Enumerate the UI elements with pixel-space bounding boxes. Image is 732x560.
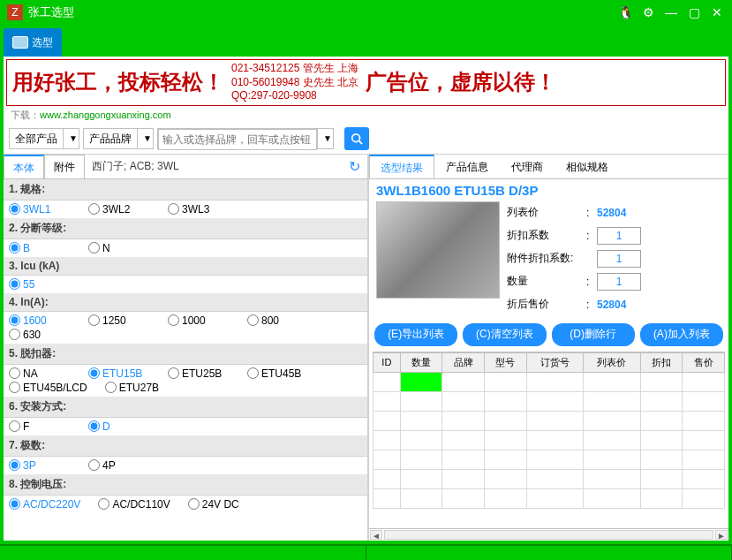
- radio-input[interactable]: [9, 382, 20, 393]
- add-button[interactable]: (A)加入列表: [640, 323, 723, 346]
- spec-option[interactable]: ETU27B: [105, 382, 167, 394]
- grid-cell[interactable]: [584, 372, 641, 391]
- grid-cell[interactable]: [400, 411, 442, 430]
- brand-input[interactable]: [158, 129, 317, 150]
- tab-accessory[interactable]: 附件: [44, 155, 85, 178]
- tab-result[interactable]: 选型结果: [369, 155, 434, 178]
- grid-cell[interactable]: [484, 488, 526, 508]
- brand-dropdown[interactable]: 产品品牌▼: [83, 128, 154, 149]
- grid-cell[interactable]: [374, 430, 401, 450]
- tab-similar[interactable]: 相似规格: [555, 155, 620, 178]
- spec-option[interactable]: AC/DC110V: [98, 498, 170, 511]
- spec-option[interactable]: N: [88, 242, 150, 254]
- spec-option[interactable]: 3WL1: [9, 203, 71, 216]
- tab-product-info[interactable]: 产品信息: [434, 155, 500, 178]
- grid-cell[interactable]: [640, 391, 683, 411]
- spec-option[interactable]: ETU45B: [247, 367, 309, 380]
- radio-input[interactable]: [9, 242, 20, 254]
- grid-cell[interactable]: [640, 372, 683, 391]
- grid-cell[interactable]: [584, 391, 641, 411]
- grid-cell[interactable]: [584, 488, 641, 508]
- radio-input[interactable]: [168, 314, 179, 326]
- grid-cell[interactable]: [640, 469, 683, 488]
- grid-cell[interactable]: [584, 469, 641, 488]
- grid-cell[interactable]: [683, 411, 725, 430]
- spec-option[interactable]: 1000: [168, 314, 230, 327]
- grid-cell[interactable]: [484, 450, 526, 469]
- brand-input-combo[interactable]: ▼: [157, 128, 334, 149]
- radio-input[interactable]: [9, 459, 20, 471]
- grid-cell[interactable]: [640, 488, 683, 508]
- download-link[interactable]: www.zhanggongxuanxing.com: [40, 110, 171, 120]
- grid-cell[interactable]: [484, 411, 526, 430]
- radio-input[interactable]: [247, 367, 259, 379]
- grid-cell[interactable]: [683, 391, 725, 411]
- tab-body[interactable]: 本体: [4, 155, 44, 178]
- grid-cell[interactable]: [484, 372, 526, 391]
- spec-option[interactable]: 4P: [88, 459, 150, 472]
- grid-cell[interactable]: [683, 430, 725, 450]
- grid-header[interactable]: 折扣: [640, 352, 683, 372]
- grid-cell[interactable]: [374, 391, 401, 411]
- grid-cell[interactable]: [400, 430, 442, 450]
- spec-option[interactable]: 630: [9, 329, 71, 341]
- spec-option[interactable]: ETU45B/LCD: [9, 382, 87, 394]
- grid-cell[interactable]: [640, 411, 683, 430]
- search-button[interactable]: [344, 127, 369, 150]
- spec-option[interactable]: F: [9, 420, 71, 433]
- grid-cell[interactable]: [484, 469, 526, 488]
- spec-option[interactable]: 24V DC: [188, 498, 250, 511]
- grid-cell[interactable]: [683, 488, 725, 508]
- grid-cell[interactable]: [442, 469, 485, 488]
- minimize-button[interactable]: —: [663, 4, 679, 20]
- grid-cell[interactable]: [442, 411, 485, 430]
- grid-cell[interactable]: [640, 430, 683, 450]
- spec-option[interactable]: NA: [9, 367, 71, 380]
- radio-input[interactable]: [9, 498, 20, 510]
- grid-cell[interactable]: [484, 430, 526, 450]
- maximize-button[interactable]: ▢: [686, 4, 702, 20]
- scroll-right-icon[interactable]: ►: [715, 530, 728, 540]
- acc-discount-input[interactable]: [597, 250, 641, 268]
- spec-option[interactable]: 3WL3: [168, 203, 230, 216]
- radio-input[interactable]: [9, 278, 20, 290]
- tab-agent[interactable]: 代理商: [500, 155, 555, 178]
- close-button[interactable]: ✕: [709, 4, 725, 20]
- grid-cell[interactable]: [400, 450, 442, 469]
- grid-cell[interactable]: [640, 450, 683, 469]
- radio-input[interactable]: [9, 420, 20, 432]
- table-row[interactable]: [374, 411, 725, 430]
- all-products-dropdown[interactable]: 全部产品▼: [9, 128, 79, 149]
- grid-cell[interactable]: [584, 430, 641, 450]
- export-button[interactable]: (E)导出列表: [374, 323, 457, 346]
- grid-cell[interactable]: [374, 372, 401, 391]
- grid-cell[interactable]: [374, 450, 401, 469]
- table-row[interactable]: [374, 372, 725, 391]
- grid-cell[interactable]: [526, 411, 584, 430]
- grid-cell[interactable]: [526, 430, 584, 450]
- grid-cell[interactable]: [584, 450, 641, 469]
- radio-input[interactable]: [88, 459, 100, 471]
- spec-option[interactable]: AC/DC220V: [9, 498, 80, 511]
- radio-input[interactable]: [9, 203, 20, 215]
- grid-cell[interactable]: [526, 372, 584, 391]
- grid-header[interactable]: 订货号: [526, 352, 584, 372]
- grid-header[interactable]: 型号: [484, 352, 526, 372]
- radio-input[interactable]: [247, 314, 259, 326]
- clear-button[interactable]: (C)清空列表: [463, 323, 546, 346]
- qty-input[interactable]: [597, 273, 641, 291]
- grid-cell[interactable]: [484, 391, 526, 411]
- grid-cell[interactable]: [683, 450, 725, 469]
- grid-cell[interactable]: [442, 391, 485, 411]
- spec-option[interactable]: 55: [9, 278, 71, 291]
- radio-input[interactable]: [9, 314, 20, 326]
- chevron-down-icon[interactable]: ▼: [137, 129, 153, 148]
- discount-input[interactable]: [597, 227, 641, 245]
- grid-header[interactable]: 列表价: [584, 352, 641, 372]
- refresh-icon[interactable]: ↻: [342, 158, 367, 175]
- radio-input[interactable]: [168, 367, 179, 379]
- gear-icon[interactable]: ⚙: [640, 4, 656, 20]
- radio-input[interactable]: [9, 329, 20, 340]
- grid-cell[interactable]: [584, 411, 641, 430]
- grid-cell[interactable]: [442, 372, 485, 391]
